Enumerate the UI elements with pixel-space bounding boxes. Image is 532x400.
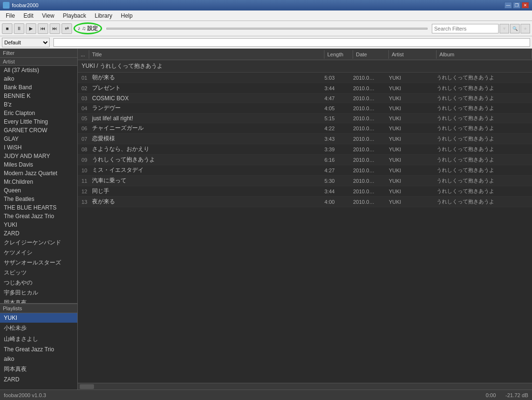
col-album-header[interactable]: Album — [437, 50, 532, 59]
search-dropdown-button[interactable]: ▼ — [500, 24, 509, 33]
pause-button[interactable]: ⏸ — [14, 23, 24, 34]
artist-item[interactable]: ZARD — [0, 229, 77, 238]
artist-item[interactable]: Bank Band — [0, 83, 77, 92]
artist-item[interactable]: Modern Jazz Quartet — [0, 169, 77, 178]
artist-list[interactable]: All (37 Artists)aikoBank BandBENNIE KB'z… — [0, 66, 77, 303]
menu-bar: File Edit View Playback Library Help — [0, 11, 532, 21]
table-row[interactable]: 08さようなら、おかえり3:392010.0…YUKIうれしくって抱きあうよ — [78, 144, 532, 155]
table-row[interactable]: 13夜が来る4:002010.0…YUKIうれしくって抱きあうよ — [78, 197, 532, 207]
artist-item[interactable]: サザンオールスターズ — [0, 258, 77, 268]
track-content[interactable]: YUKI / うれしくって抱きあうよ 01朝が来る5:032010.0…YUKI… — [78, 60, 532, 383]
track-number: 10 — [78, 168, 89, 173]
artist-item[interactable]: Every Little Thing — [0, 117, 77, 126]
col-length-header[interactable]: Length — [324, 50, 353, 59]
artist-item[interactable]: B'z — [0, 100, 77, 109]
table-row[interactable]: 02プレゼント3:442010.0…YUKIうれしくって抱きあうよ — [78, 83, 532, 94]
stop-button[interactable]: ■ — [2, 23, 12, 34]
table-row[interactable]: 06チャイニーズガール4:222010.0…YUKIうれしくって抱きあうよ — [78, 123, 532, 134]
next-button[interactable]: ⏭ — [50, 23, 60, 34]
artist-item[interactable]: クレイジーケンバンド — [0, 238, 77, 248]
table-row[interactable]: 10ミス・イエスタデイ4:272010.0…YUKIうれしくって抱きあうよ — [78, 165, 532, 176]
menu-view[interactable]: View — [38, 11, 58, 20]
playlist-item[interactable]: The Great Jazz Trio — [0, 345, 77, 354]
track-length: 6:16 — [324, 157, 353, 163]
hscroll-thumb[interactable] — [80, 384, 94, 389]
settings-button[interactable]: ♪ ♫ 設定 — [73, 22, 102, 34]
menu-playback[interactable]: Playback — [59, 11, 90, 20]
minimize-button[interactable]: — — [504, 2, 512, 9]
hscroll[interactable] — [78, 383, 532, 389]
artist-item[interactable]: Queen — [0, 186, 77, 195]
track-artist: YUKI — [389, 168, 437, 173]
track-title: 同じ手 — [89, 187, 324, 195]
track-album: うれしくって抱きあうよ — [437, 188, 532, 195]
track-album: うれしくって抱きあうよ — [437, 156, 532, 163]
track-length: 4:47 — [324, 95, 353, 101]
track-date: 2010.0… — [353, 189, 389, 194]
track-title: ランデヴー — [89, 104, 324, 112]
artist-item[interactable]: JUDY AND MARY — [0, 152, 77, 160]
close-button[interactable]: ✕ — [522, 2, 529, 9]
play-button[interactable]: ▶ — [26, 23, 36, 34]
search-star-icon[interactable]: ★ — [521, 24, 530, 33]
table-row[interactable]: 04ランデヴー4:052010.0…YUKIうれしくって抱きあうよ — [78, 103, 532, 114]
col-title-header[interactable]: Title — [89, 50, 324, 59]
table-row[interactable]: 12同じ手3:442010.0…YUKIうれしくって抱きあうよ — [78, 186, 532, 197]
artist-item[interactable]: aiko — [0, 74, 77, 83]
track-album: うれしくって抱きあうよ — [437, 167, 532, 174]
menu-file[interactable]: File — [2, 11, 19, 20]
filter-bar[interactable] — [53, 38, 530, 47]
prev-button[interactable]: ⏮ — [38, 23, 48, 34]
col-dots-header[interactable]: ... — [78, 50, 89, 59]
table-row[interactable]: 11汽車に乗って5:302010.0…YUKIうれしくって抱きあうよ — [78, 176, 532, 186]
filter-column-header[interactable]: Artist — [0, 58, 77, 66]
restore-button[interactable]: ❐ — [513, 2, 521, 9]
artist-item[interactable]: Eric Clapton — [0, 109, 77, 117]
artist-item[interactable]: The Beatles — [0, 195, 77, 203]
artist-item[interactable]: I WiSH — [0, 143, 77, 152]
playlist-item[interactable]: YUKI — [0, 313, 77, 323]
playlist-item[interactable]: ZARD — [0, 375, 77, 384]
artist-item[interactable]: 宇多田ヒカル — [0, 288, 77, 298]
table-row[interactable]: 09うれしくって抱きあうよ6:162010.0…YUKIうれしくって抱きあうよ — [78, 155, 532, 165]
artist-item[interactable]: Miles Davis — [0, 160, 77, 169]
menu-help[interactable]: Help — [117, 11, 136, 20]
artist-item[interactable]: All (37 Artists) — [0, 66, 77, 74]
table-row[interactable]: 07恋愛模様3:432010.0…YUKIうれしくって抱きあうよ — [78, 134, 532, 144]
menu-edit[interactable]: Edit — [20, 11, 37, 20]
table-row[interactable]: 03COSMIC BOX4:472010.0…YUKIうれしくって抱きあうよ — [78, 94, 532, 103]
track-artist: YUKI — [389, 75, 437, 81]
artist-item[interactable]: The Great Jazz Trio — [0, 212, 77, 221]
col-date-header[interactable]: Date — [353, 50, 389, 59]
playlist-item[interactable]: 岡本真夜 — [0, 364, 77, 375]
artist-item[interactable]: GLAY — [0, 135, 77, 143]
artist-item[interactable]: つじあやの — [0, 278, 77, 288]
table-row[interactable]: 05just life! all right!5:152010.0…YUKIうれ… — [78, 114, 532, 123]
artist-item[interactable]: Mr.Children — [0, 178, 77, 186]
artist-item[interactable]: YUKI — [0, 221, 77, 229]
seek-bar[interactable] — [106, 28, 428, 30]
playlist-item[interactable]: 小松未歩 — [0, 323, 77, 334]
preset-select[interactable]: Default — [2, 38, 50, 47]
track-album: うれしくって抱きあうよ — [437, 115, 532, 122]
table-row[interactable]: 01朝が来る5:032010.0…YUKIうれしくって抱きあうよ — [78, 73, 532, 83]
playlist-item[interactable]: aiko — [0, 354, 77, 364]
track-title: チャイニーズガール — [89, 124, 324, 132]
artist-item[interactable]: スピッツ — [0, 268, 77, 278]
track-number: 04 — [78, 105, 89, 111]
playlist-list[interactable]: YUKI小松未歩山崎まさよしThe Great Jazz Trioaiko岡本真… — [0, 313, 77, 389]
artist-item[interactable]: BENNIE K — [0, 92, 77, 100]
artist-item[interactable]: GARNET CROW — [0, 126, 77, 135]
artist-item[interactable]: ケツメイシ — [0, 248, 77, 258]
track-panel: ... Title Length Date Artist Album YUKI … — [78, 49, 532, 389]
artist-item[interactable]: THE BLUE HEARTS — [0, 203, 77, 212]
playlist-item[interactable]: 山崎まさよし — [0, 334, 77, 345]
menu-library[interactable]: Library — [91, 11, 116, 20]
track-date: 2010.0… — [353, 75, 389, 81]
artist-item[interactable]: 岡本真夜 — [0, 298, 77, 303]
col-artist-header[interactable]: Artist — [389, 50, 437, 59]
track-artist: YUKI — [389, 95, 437, 101]
random-button[interactable]: ⇄ — [62, 23, 72, 34]
search-icon[interactable]: 🔍 — [510, 24, 520, 33]
search-filters-input[interactable] — [432, 24, 499, 33]
